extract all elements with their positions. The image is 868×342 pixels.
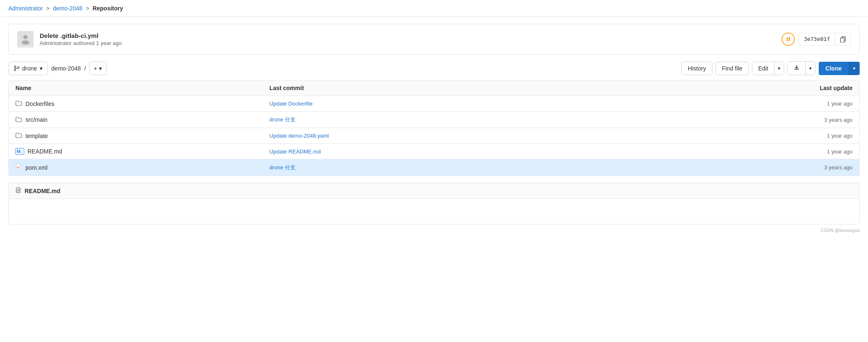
edit-split-button: Edit ▾: [752, 62, 784, 75]
readme-header: README.md: [9, 183, 859, 199]
download-button[interactable]: [787, 61, 805, 75]
add-chevron-icon: ▾: [99, 65, 102, 72]
svg-rect-6: [840, 38, 844, 43]
last-update: 1 year ago: [777, 148, 853, 155]
commit-meta: Administrator authored 1 year ago: [40, 40, 122, 46]
breadcrumb-sep2: >: [86, 5, 89, 12]
table-row: M↓ README.md Update README.md 1 year ago: [9, 144, 859, 159]
table-row: src/main drone 分支 3 years ago: [9, 112, 859, 128]
file-link[interactable]: Dockerfiles: [25, 101, 54, 107]
svg-point-8: [14, 69, 16, 71]
add-icon: +: [94, 65, 97, 72]
last-update: 1 year ago: [777, 101, 853, 107]
edit-button[interactable]: Edit: [752, 62, 774, 75]
col-header-update: Last update: [777, 85, 853, 91]
table-row: template Update demo-2048.yaml 1 year ag…: [9, 128, 859, 144]
toolbar-row: drone ▾ demo-2048 / + ▾ History Find fil…: [8, 61, 860, 75]
pipeline-status-button[interactable]: [782, 33, 795, 46]
commit-info: Delete .gitlab-ci.yml Administrator auth…: [40, 32, 122, 46]
file-link[interactable]: template: [25, 133, 48, 139]
edit-dropdown-arrow[interactable]: ▾: [774, 62, 784, 75]
download-icon: [794, 65, 800, 70]
file-name-cell: template: [15, 132, 269, 139]
breadcrumb-sep1: >: [46, 5, 49, 12]
copy-hash-button[interactable]: [835, 33, 851, 45]
file-link[interactable]: src/main: [25, 116, 48, 123]
col-header-commit: Last commit: [269, 85, 777, 91]
file-link[interactable]: README.md: [28, 148, 62, 155]
path-sep: /: [84, 65, 86, 72]
readme-file-icon: [15, 187, 21, 194]
file-link[interactable]: pom.xml: [25, 164, 48, 171]
commit-hash-group: 3e73e01f: [798, 33, 851, 45]
clone-dropdown-arrow[interactable]: ▾: [848, 62, 860, 75]
file-name-cell: M↓ README.md: [15, 148, 269, 155]
commit-bar-right: 3e73e01f: [782, 33, 851, 46]
commit-title: Delete .gitlab-ci.yml: [40, 32, 122, 39]
download-dropdown-arrow[interactable]: ▾: [805, 61, 815, 75]
file-name-cell: XML pom.xml: [15, 163, 269, 171]
readme-section: README.md: [8, 183, 860, 224]
col-header-name: Name: [15, 85, 269, 91]
xml-file-icon: XML: [15, 163, 22, 170]
path-repo: demo-2048: [51, 65, 81, 72]
commit-message-link[interactable]: Update demo-2048.yaml: [269, 133, 777, 139]
svg-point-1: [23, 35, 28, 39]
find-file-button[interactable]: Find file: [716, 62, 749, 75]
svg-text:XML: XML: [17, 166, 20, 168]
svg-point-2: [22, 40, 29, 45]
file-table: Name Last commit Last update Dockerfiles…: [8, 80, 860, 176]
readme-header-label: README.md: [25, 188, 61, 194]
last-update: 3 years ago: [777, 117, 853, 123]
download-split-button: ▾: [787, 61, 815, 75]
xml-icon: XML: [15, 163, 22, 171]
toolbar-right: History Find file Edit ▾ ▾ Clone ▾: [681, 61, 860, 75]
table-row: XML pom.xml drone 分支 3 years ago: [9, 159, 859, 176]
readme-body: [9, 199, 859, 224]
file-name-cell: Dockerfiles: [15, 100, 269, 107]
commit-message-link[interactable]: Update README.md: [269, 148, 777, 155]
branch-icon: [14, 65, 20, 71]
svg-rect-4: [789, 37, 790, 41]
commit-bar: Delete .gitlab-ci.yml Administrator auth…: [8, 24, 860, 55]
clone-split-button: Clone ▾: [819, 62, 860, 75]
folder-icon: [15, 100, 22, 107]
avatar: [17, 31, 34, 48]
page-footer: CSDN @kuuuugua: [0, 224, 868, 236]
branch-selector[interactable]: drone ▾: [8, 62, 48, 75]
folder-icon: [15, 132, 22, 139]
commit-message-link[interactable]: Update Dockerfile: [269, 101, 777, 107]
table-row: Dockerfiles Update Dockerfile 1 year ago: [9, 96, 859, 112]
file-name-cell: src/main: [15, 116, 269, 123]
breadcrumb-repo[interactable]: demo-2048: [53, 5, 83, 12]
branch-label: drone: [22, 65, 37, 72]
svg-point-7: [14, 66, 16, 68]
clone-button[interactable]: Clone: [819, 62, 848, 75]
avatar-label: [18, 32, 33, 47]
svg-rect-3: [787, 37, 788, 41]
branch-chevron-icon: ▾: [40, 65, 43, 72]
commit-message-link[interactable]: drone 分支: [269, 164, 777, 171]
file-table-header: Name Last commit Last update: [9, 80, 859, 96]
last-update: 3 years ago: [777, 164, 853, 171]
footer-text: CSDN @kuuuugua: [820, 228, 860, 233]
breadcrumb-current: Repository: [93, 5, 123, 12]
folder-icon: [15, 116, 22, 123]
breadcrumb: Administrator > demo-2048 > Repository: [0, 0, 868, 17]
commit-message-link[interactable]: drone 分支: [269, 116, 777, 123]
markdown-icon: M↓: [15, 148, 24, 155]
add-new-button[interactable]: + ▾: [89, 62, 106, 75]
commit-bar-left: Delete .gitlab-ci.yml Administrator auth…: [17, 31, 122, 48]
last-update: 1 year ago: [777, 133, 853, 139]
commit-hash: 3e73e01f: [798, 33, 835, 45]
breadcrumb-admin[interactable]: Administrator: [8, 5, 43, 12]
history-button[interactable]: History: [681, 62, 712, 75]
